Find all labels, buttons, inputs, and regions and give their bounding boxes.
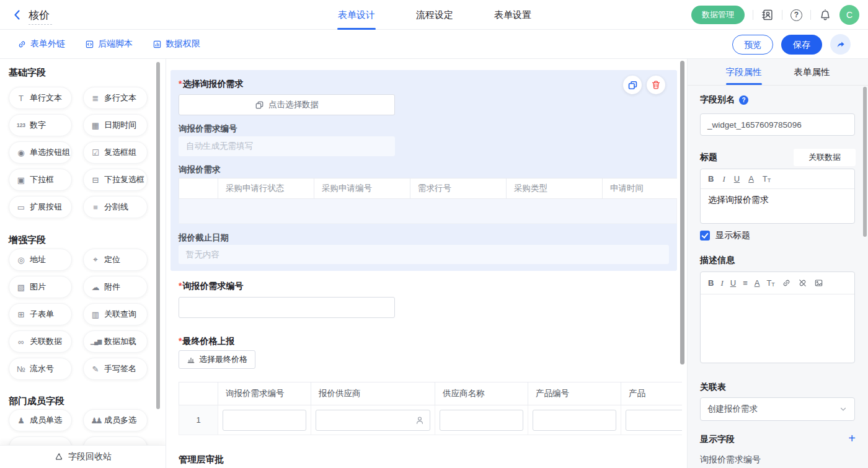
field-address[interactable]: ◎地址 [9,249,72,271]
bold-button[interactable]: B [708,174,714,183]
radio-icon: ◉ [16,148,26,157]
req-no-input[interactable] [179,297,395,318]
back-button[interactable] [11,9,24,21]
canvas-scrollbar[interactable] [680,61,684,364]
delete-field-button[interactable] [647,76,665,94]
tab-form-design[interactable]: 表单设计 [338,0,375,30]
field-subform[interactable]: ⊞子表单 [9,303,72,325]
request-no-disabled-input: 自动生成无需填写 [179,136,395,156]
subform-icon: ⊞ [16,310,26,319]
tab-form-setting[interactable]: 表单设置 [494,0,531,30]
align-button[interactable]: ≡ [743,278,748,288]
selected-field-card[interactable]: *选择询报价需求 点击选择数据 询报价需求编号 自动生成无需填写 询报价需求 采… [170,70,677,271]
deadline-label: 报价截止日期 [179,232,229,244]
cell-input[interactable] [533,410,616,431]
field-signature[interactable]: ✎手写签名 [83,358,148,380]
font-color-button[interactable]: A [755,278,760,288]
form-title[interactable]: 核价 [29,8,52,25]
field-label: 下拉框 [30,174,54,185]
select-final-price-button[interactable]: 选择最终价格 [179,350,255,369]
related-table-select[interactable]: 创建报价需求 [700,397,855,421]
field-extend-button[interactable]: ▭扩展按钮 [9,196,72,218]
related-data-button[interactable]: 关联数据 [794,149,856,166]
tab-form-properties[interactable]: 表单属性 [794,59,830,85]
single-line-text-icon: T [16,94,26,103]
field-multi-line-text[interactable]: ≣多行文本 [83,87,148,109]
underline-button[interactable]: U [734,174,740,183]
title-editor-body[interactable]: 选择询报价需求 [701,189,854,223]
field-single-line-text[interactable]: T单行文本 [9,87,72,109]
field-multi-dropdown[interactable]: ⊟下拉复选框 [83,169,148,191]
column-header: 采购类型 [507,178,603,199]
field-card-title: *选择询报价需求 [179,78,243,90]
divider [782,10,782,20]
field-attachment[interactable]: ☁附件 [83,276,148,298]
panel-tabs: 字段属性 表单属性 [688,59,868,86]
field-related-data[interactable]: ∞关联数据 [9,330,72,353]
checkbox-checked-icon[interactable] [700,231,710,241]
field-label: 地址 [30,254,46,265]
field-recycle-bin[interactable]: 字段回收站 [0,445,166,468]
description-editor-body[interactable] [701,294,854,363]
section-enhanced-fields: 增强字段 [9,234,46,246]
tab-field-properties[interactable]: 字段属性 [726,59,762,85]
alias-help-button[interactable]: ? [739,95,748,105]
copy-field-button[interactable] [623,76,642,94]
field-geolocation[interactable]: ⌖定位 [83,249,148,271]
field-label: 复选框组 [104,147,136,158]
insert-link-button[interactable] [782,278,791,288]
font-size-button[interactable]: TT [763,174,771,183]
backend-script-button[interactable]: 后端脚本 [85,38,133,50]
panel-scrollbar[interactable] [863,87,867,237]
supplier-cell-input[interactable] [316,410,430,431]
share-button[interactable] [830,34,851,55]
select-data-button[interactable]: 点击选择数据 [179,94,395,115]
field-image[interactable]: ▧图片 [9,276,72,298]
field-checkbox-group[interactable]: ☑复选框组 [83,141,148,164]
bold-button[interactable]: B [708,278,714,288]
enhanced-fields-grid: ◎地址 ⌖定位 ▧图片 ☁附件 ⊞子表单 ▥关联查询 ∞关联数据 ▁▄▆数据加载… [9,249,148,380]
show-title-checkbox-row[interactable]: 显示标题 [700,230,750,241]
contacts-button[interactable] [761,9,774,21]
italic-button[interactable]: I [720,278,723,288]
field-member-single[interactable]: ♟成员单选 [9,409,72,431]
remove-link-button[interactable] [798,278,807,288]
data-permission-button[interactable]: 数据权限 [153,38,200,50]
cell-input[interactable] [223,410,306,431]
cell-input[interactable] [440,410,523,431]
data-manage-button[interactable]: 数据管理 [691,6,745,24]
italic-button[interactable]: I [722,174,725,184]
request-no-label: 询报价需求编号 [179,123,237,135]
cell-input[interactable] [626,410,682,431]
sidebar-scrollbar[interactable] [156,62,160,409]
field-dropdown[interactable]: ▣下拉框 [9,169,72,191]
insert-image-button[interactable] [814,278,823,288]
underline-button[interactable]: U [730,278,736,288]
alias-input[interactable]: _widget_1657609785096 [700,113,855,136]
field-label: 扩展按钮 [30,201,62,213]
field-divider[interactable]: ≡分割线 [83,196,148,218]
notification-button[interactable] [819,9,831,21]
field-related-query[interactable]: ▥关联查询 [83,303,148,325]
save-button[interactable]: 保存 [781,35,822,55]
field-datetime[interactable]: ▦日期时间 [83,114,148,136]
serial-number-icon: № [16,364,26,374]
field-radio-group[interactable]: ◉单选按钮组 [9,141,72,164]
field-label: 流水号 [30,363,54,374]
preview-button[interactable]: 预览 [732,35,773,55]
title-editor[interactable]: B I U A TT 选择询报价需求 [700,169,855,224]
field-serial-number[interactable]: №流水号 [9,358,72,380]
help-button[interactable]: ? [790,9,802,21]
chevron-left-icon [11,9,24,21]
field-data-load[interactable]: ▁▄▆数据加载 [83,330,148,353]
form-external-link-button[interactable]: 表单外链 [17,38,65,50]
description-editor[interactable]: B I U ≡ A TT [700,272,855,363]
field-number[interactable]: 123数字 [9,114,72,136]
add-display-field-button[interactable]: + [848,433,856,444]
tab-flow-setting[interactable]: 流程设定 [416,0,453,30]
field-label: 成员多选 [104,415,136,426]
field-member-multi[interactable]: ♟♟成员多选 [83,409,148,431]
avatar[interactable]: C [839,5,859,25]
font-color-button[interactable]: A [748,174,754,183]
font-size-button[interactable]: TT [766,278,774,288]
